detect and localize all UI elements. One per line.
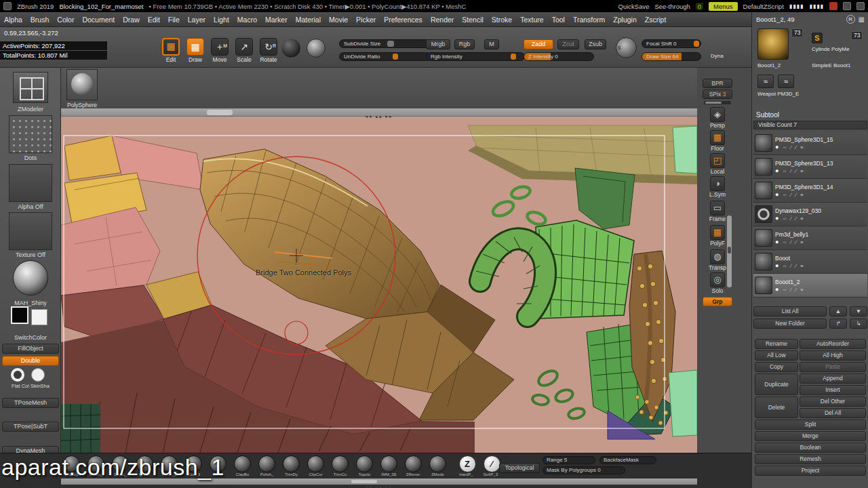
current-tool-thumbnail[interactable] — [757, 28, 789, 60]
tposemesh-button[interactable]: TPoseMesh — [2, 398, 59, 408]
menu-item[interactable]: Tool — [548, 16, 569, 24]
current-brush-icon[interactable] — [281, 38, 301, 58]
move-into-folder-icon[interactable]: ↱ — [829, 319, 847, 329]
floor-button[interactable]: ▦ Floor — [703, 130, 732, 152]
delete-button[interactable]: Delete — [755, 396, 798, 418]
menus-button[interactable]: Menus — [709, 2, 738, 11]
mask-by-polygroups-slider[interactable]: Mask By Polygroups 0 — [542, 466, 625, 474]
canvas-top-scrollbar[interactable]: ◂◂ ▴▴ ▸▸ — [61, 108, 697, 117]
brush-item[interactable]: TrimDy — [282, 455, 300, 476]
menu-item[interactable]: File — [164, 16, 184, 24]
move-out-folder-icon[interactable]: ↳ — [850, 319, 867, 329]
subtool-thumbnail[interactable] — [755, 277, 772, 294]
subtool-thumbnail[interactable] — [755, 229, 772, 247]
tool-item-label[interactable]: Cylinde PolyMe — [812, 46, 865, 52]
polypaint-dot-icon[interactable]: ◦◦ — [783, 239, 786, 245]
focal-shift-slider[interactable]: Focal Shift 0 — [642, 39, 701, 48]
panel-grid-icon[interactable]: ▦ — [859, 16, 865, 23]
new-folder-button[interactable]: New Folder — [753, 319, 827, 329]
material-sphere-thumbnail[interactable] — [13, 260, 48, 296]
subtool-row[interactable]: PM3D_Sphere3D1_15 ● ◦◦ ∕ ∕ ≡ — [753, 131, 867, 155]
local-button[interactable]: ◰ Local — [703, 153, 732, 175]
brush-item[interactable]: IMM_3E — [380, 455, 398, 476]
mask-pen-icon[interactable]: ∕ — [795, 239, 796, 245]
menu-item[interactable]: Stencil — [458, 16, 488, 24]
red-tool-icon[interactable] — [829, 2, 837, 10]
subtool-thumbnail[interactable] — [755, 134, 772, 152]
menu-item[interactable]: Draw — [119, 16, 144, 24]
edit-mode-button[interactable]: ▦ Edit — [161, 38, 181, 63]
divider-bars-icon[interactable]: ▮▮▮▮ — [789, 3, 804, 9]
menu-item[interactable]: Material — [292, 16, 325, 24]
orientation-gizmo-icon[interactable]: S — [616, 37, 637, 58]
range-slider[interactable]: Range 5 — [542, 456, 595, 464]
tpose-subt-button[interactable]: TPose|SubT — [2, 422, 59, 432]
layers-icon[interactable]: ≡ — [800, 168, 803, 174]
menu-item[interactable]: Layer — [184, 16, 210, 24]
simplebrush-icon[interactable]: S — [812, 33, 823, 43]
menu-item[interactable]: Alpha — [0, 16, 26, 24]
layers-icon[interactable]: ≡ — [800, 192, 803, 198]
brush-thumbnail[interactable] — [429, 455, 446, 472]
subdivide-size-slider[interactable]: SubDivide Size — [339, 39, 431, 48]
weapon-mesh2-icon[interactable]: ≈ — [778, 75, 794, 88]
sculpt-pen-icon[interactable]: ∕ — [791, 144, 791, 150]
menu-item[interactable]: Texture — [516, 16, 547, 24]
visibility-eye-icon[interactable]: ● — [775, 287, 778, 292]
scale-mode-button[interactable]: ↗ Scale — [234, 38, 254, 63]
persp-button[interactable]: ◈ Persp — [703, 107, 732, 129]
paste-button[interactable]: Paste — [800, 362, 866, 372]
sculpt-pen-icon[interactable]: ∕ — [791, 239, 791, 245]
draw-mode-button[interactable]: ▦ Draw — [185, 38, 205, 63]
m-button[interactable]: M — [484, 39, 499, 49]
menu-item[interactable]: Marker — [261, 16, 292, 24]
mask-pen-icon[interactable]: ∕ — [795, 168, 796, 174]
bpr-button[interactable]: BPR — [703, 79, 732, 88]
layers-icon[interactable]: ≡ — [800, 287, 803, 293]
rgb-intensity-slider[interactable]: Rgb Intensity — [426, 52, 525, 61]
brush-thumbnail[interactable] — [283, 455, 300, 472]
subtool-row[interactable]: PM3D_Sphere3D1_14 ● ◦◦ ∕ ∕ ≡ — [753, 179, 867, 203]
hard-polish-brush[interactable]: Z HardP_ — [457, 455, 477, 476]
visibility-eye-icon[interactable]: ● — [775, 216, 778, 221]
weapon-mesh-icon[interactable]: ≈ — [757, 75, 774, 88]
menu-item[interactable]: Preferences — [380, 16, 427, 24]
brush-thumbnail[interactable] — [307, 455, 324, 472]
panel-layout2-icon[interactable] — [856, 2, 865, 10]
menu-item[interactable]: Light — [210, 16, 233, 24]
texture-thumbnail[interactable] — [9, 212, 52, 250]
main-color-swatch[interactable] — [11, 306, 28, 324]
mrgb-button[interactable]: Mrgb — [426, 39, 450, 49]
brush-thumbnail[interactable] — [258, 455, 275, 472]
scrollbar-handle[interactable] — [207, 110, 233, 115]
menu-item[interactable]: Zscript — [641, 16, 671, 24]
menu-item[interactable]: Macro — [233, 16, 261, 24]
move-mode-button[interactable]: +M Move — [210, 38, 230, 63]
polypaint-dot-icon[interactable]: ◦◦ — [783, 216, 786, 222]
brush-item[interactable]: ZReme: — [404, 455, 422, 476]
sculpt-pen-icon[interactable]: ∕ — [791, 287, 791, 293]
zcut-button[interactable]: Zcut — [557, 39, 579, 49]
layers-icon[interactable]: ≡ — [800, 239, 803, 245]
menu-item[interactable]: Document — [78, 16, 119, 24]
divider-bars2-icon[interactable]: ▮▮▮▮ — [809, 3, 824, 9]
canvas-3d-viewport[interactable] — [61, 108, 697, 453]
alpha-thumbnail[interactable] — [9, 164, 52, 202]
z-intensity-slider[interactable]: Z Intensity 0 — [524, 52, 594, 61]
project-button[interactable]: Project — [755, 466, 866, 476]
del-all-button[interactable]: Del All — [800, 408, 866, 418]
mask-pen-icon[interactable]: ∕ — [795, 144, 796, 150]
flat-color-dot-icon[interactable] — [31, 368, 45, 382]
draw-size-slider[interactable]: Draw Size 64 — [642, 52, 701, 61]
pen-ball-icon[interactable]: ∕ — [484, 455, 500, 472]
append-button[interactable]: Append — [800, 373, 866, 384]
subtool-thumbnail[interactable] — [755, 253, 772, 270]
menu-item[interactable]: Render — [427, 16, 458, 24]
grp-button[interactable]: Grp — [703, 297, 732, 306]
default-zscript-label[interactable]: DefaultZScript — [743, 3, 784, 10]
secondary-color-swatch[interactable] — [31, 309, 47, 325]
menu-item[interactable]: Transform — [569, 16, 609, 24]
see-through-value[interactable]: 0 — [696, 3, 703, 10]
split-button[interactable]: Split — [755, 420, 866, 430]
menu-item[interactable]: Zplugin — [609, 16, 640, 24]
